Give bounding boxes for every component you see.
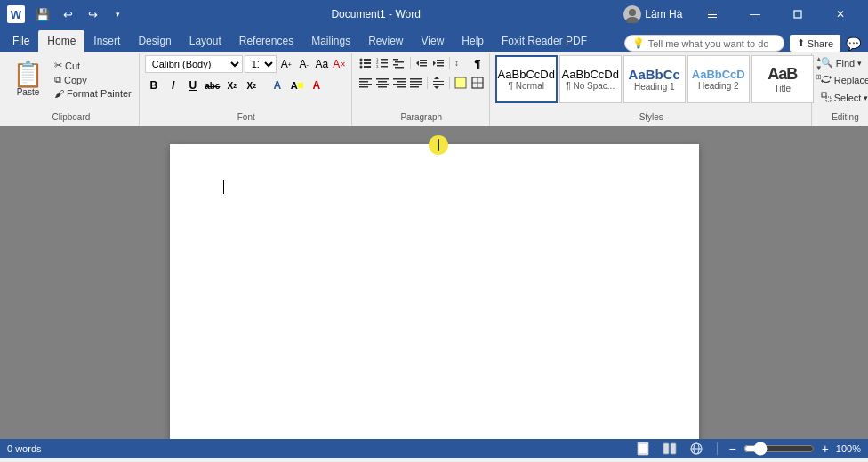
svg-marker-55 [830, 76, 832, 79]
line-spacing-btn[interactable] [430, 75, 446, 91]
text-effects-btn[interactable]: A [269, 77, 286, 94]
ribbon-display-btn[interactable] [692, 0, 733, 28]
superscript-btn[interactable]: X2 [243, 77, 261, 94]
svg-rect-40 [397, 81, 406, 83]
svg-point-10 [359, 66, 362, 69]
style-heading-1[interactable]: AaBbCc Heading 1 [623, 55, 686, 103]
svg-rect-37 [376, 84, 389, 85]
font-size-select[interactable]: 11 [245, 55, 277, 73]
view-read-btn[interactable] [660, 441, 679, 457]
align-right-btn[interactable] [391, 75, 407, 91]
close-btn[interactable]: ✕ [820, 0, 861, 28]
quick-customize[interactable]: ▾ [107, 4, 128, 25]
zoom-in-btn[interactable]: + [822, 442, 829, 456]
svg-text:↕: ↕ [454, 58, 459, 68]
paste-icon: 📋 [12, 62, 44, 87]
copy-btn[interactable]: ⧉ Copy [51, 73, 135, 86]
align-left-btn[interactable] [358, 75, 374, 91]
borders-btn[interactable] [470, 75, 486, 91]
shading-btn[interactable] [453, 75, 469, 91]
tab-help[interactable]: Help [453, 30, 493, 52]
svg-rect-9 [364, 62, 371, 64]
svg-rect-5 [794, 11, 801, 18]
tab-design[interactable]: Design [129, 30, 180, 52]
status-bar: 0 words − + 100% [0, 439, 868, 458]
find-btn[interactable]: 🔍 Find ▾ [817, 55, 865, 70]
maximize-btn[interactable] [777, 0, 818, 28]
paste-btn[interactable]: 📋 Paste [7, 55, 49, 103]
tab-insert[interactable]: Insert [84, 30, 129, 52]
minimize-btn[interactable]: — [735, 0, 776, 28]
style-heading-2[interactable]: AaBbCcD Heading 2 [687, 55, 750, 103]
tab-home[interactable]: Home [38, 30, 84, 52]
bullets-btn[interactable] [358, 55, 374, 71]
select-btn[interactable]: Select ▾ [817, 90, 868, 106]
font-shrink-btn[interactable]: A- [296, 56, 312, 72]
user-area[interactable]: Lâm Hà [623, 5, 682, 23]
decrease-indent-btn[interactable] [414, 55, 430, 71]
tab-layout[interactable]: Layout [181, 30, 230, 52]
strikethrough-btn[interactable]: abc [204, 77, 221, 94]
styles-gallery: AaBbCcDd ¶ Normal AaBbCcDd ¶ No Spac... … [495, 55, 814, 103]
editing-label: Editing [817, 110, 868, 124]
para-row-1: 1.2.3. ↕ ¶ [358, 55, 486, 71]
user-avatar [623, 5, 641, 23]
tab-file[interactable]: File [4, 30, 38, 52]
tab-view[interactable]: View [413, 30, 454, 52]
tab-mailings[interactable]: Mailings [302, 30, 359, 52]
svg-rect-27 [437, 60, 444, 61]
tab-review[interactable]: Review [359, 30, 412, 52]
underline-btn[interactable]: U [184, 77, 202, 94]
tell-me-bar[interactable]: 💡 Tell me what you want to do [624, 35, 784, 52]
justify-btn[interactable] [408, 75, 424, 91]
svg-rect-33 [359, 84, 372, 85]
cut-icon: ✂ [54, 60, 62, 71]
format-painter-btn[interactable]: 🖌 Format Painter [51, 87, 135, 100]
zoom-slider[interactable] [743, 442, 815, 456]
tab-foxit[interactable]: Foxit Reader PDF [493, 30, 596, 52]
share-btn[interactable]: ⬆ Share [790, 35, 840, 52]
style-title[interactable]: AaB Title [751, 55, 814, 103]
show-hide-btn[interactable]: ¶ [470, 55, 486, 71]
svg-point-8 [359, 62, 362, 65]
clear-format-btn[interactable]: A✕ [332, 56, 348, 72]
replace-btn[interactable]: Replace [817, 72, 868, 88]
subscript-btn[interactable]: X2 [223, 77, 241, 94]
font-family-select[interactable]: Calibri (Body) [145, 55, 243, 73]
svg-rect-45 [410, 84, 422, 85]
page[interactable] [170, 144, 699, 439]
tab-references[interactable]: References [230, 30, 302, 52]
svg-rect-2 [708, 12, 717, 12]
word-count: 0 words [7, 443, 42, 454]
quick-redo[interactable]: ↪ [82, 4, 103, 25]
document-area[interactable] [0, 126, 868, 439]
font-grow-btn[interactable]: A+ [278, 56, 294, 72]
font-row-1: Calibri (Body) 11 A+ A- Aa A✕ [145, 55, 348, 73]
numbering-btn[interactable]: 1.2.3. [374, 55, 390, 71]
view-print-btn[interactable] [633, 441, 653, 457]
sort-btn[interactable]: ↕ [453, 55, 469, 71]
svg-marker-26 [433, 61, 436, 66]
svg-rect-38 [378, 86, 387, 88]
comments-btn[interactable]: 💬 [846, 36, 861, 51]
align-center-btn[interactable] [374, 75, 390, 91]
text-highlight-btn[interactable]: A▬ [288, 77, 306, 94]
quick-save[interactable]: 💾 [32, 4, 53, 25]
bold-btn[interactable]: B [145, 77, 163, 94]
style-no-spacing[interactable]: AaBbCcDd ¶ No Spac... [559, 55, 622, 103]
quick-undo[interactable]: ↩ [57, 4, 78, 25]
svg-rect-17 [381, 66, 388, 68]
multilevel-btn[interactable] [391, 55, 407, 71]
style-normal[interactable]: AaBbCcDd ¶ Normal [495, 55, 558, 103]
change-case-btn[interactable]: Aa [314, 56, 330, 72]
cut-btn[interactable]: ✂ Cut [51, 59, 135, 72]
increase-indent-btn[interactable] [430, 55, 446, 71]
copy-icon: ⧉ [54, 74, 61, 85]
italic-btn[interactable]: I [165, 77, 182, 94]
svg-rect-23 [420, 60, 427, 61]
zoom-out-btn[interactable]: − [728, 442, 735, 456]
format-painter-icon: 🖌 [54, 88, 64, 99]
view-web-btn[interactable] [687, 441, 706, 457]
zoom-percent: 100% [836, 443, 861, 454]
font-color-btn[interactable]: A [308, 77, 326, 94]
